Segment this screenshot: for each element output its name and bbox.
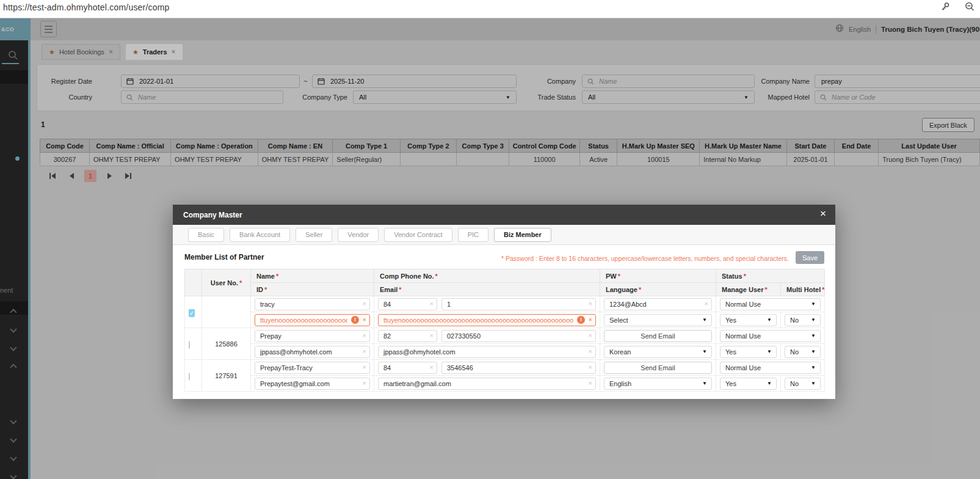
- manage-user-select[interactable]: Yes▼: [720, 314, 777, 326]
- status-select[interactable]: Normal Use▼: [720, 362, 821, 374]
- password-field[interactable]: ×: [604, 298, 712, 310]
- email-field[interactable]: !×: [378, 314, 596, 326]
- member-checkbox[interactable]: ✓: [189, 309, 195, 317]
- header-pw: PW*: [600, 269, 716, 283]
- member-user-no: [202, 296, 251, 328]
- email-field[interactable]: ×: [378, 346, 596, 358]
- status-select[interactable]: Normal Use▼: [720, 298, 821, 310]
- screen: https://test-adm.ohmyhotel.com/user/comp…: [0, 0, 980, 479]
- modal-tab-vendor[interactable]: Vendor: [338, 228, 379, 242]
- chevron-down-icon: ▼: [811, 365, 816, 370]
- zoom-out-icon[interactable]: [964, 1, 975, 15]
- member-checkbox[interactable]: [189, 341, 190, 349]
- email-field[interactable]: ×: [378, 378, 596, 390]
- key-icon[interactable]: [940, 1, 951, 15]
- url-text[interactable]: https://test-adm.ohmyhotel.com/user/comp: [3, 2, 170, 12]
- member-row: !× !× Select▼ Yes▼ No▼: [185, 312, 825, 328]
- send-email-button[interactable]: Send Email: [604, 362, 712, 374]
- save-button[interactable]: Save: [796, 251, 824, 264]
- app-window: English Truong Bich Tuyen (Tracy)(900 &C…: [0, 18, 980, 479]
- clear-icon[interactable]: ×: [705, 301, 708, 307]
- language-select[interactable]: English▼: [604, 378, 712, 390]
- header-status: Status*: [716, 269, 825, 283]
- clear-icon[interactable]: ×: [589, 301, 592, 307]
- chevron-down-icon: ▼: [811, 381, 816, 386]
- modal-tab-seller[interactable]: Seller: [296, 228, 332, 242]
- chevron-down-icon: ▼: [767, 317, 772, 323]
- phone-number-field[interactable]: ×: [441, 330, 596, 342]
- member-row: × × English▼ Yes▼ No▼: [185, 376, 825, 392]
- header-language: Language*: [600, 283, 716, 296]
- clear-icon[interactable]: ×: [589, 332, 592, 339]
- warning-icon: !: [577, 316, 585, 324]
- member-header-row-2: ID* Email* Language* Manage User* Multi …: [185, 283, 825, 296]
- phone-number-field[interactable]: ×: [441, 298, 596, 310]
- multi-hotel-select[interactable]: No▼: [785, 346, 821, 358]
- name-field[interactable]: ×: [255, 298, 370, 310]
- modal-tab-bar: Basic Bank Account Seller Vendor Vendor …: [173, 225, 835, 245]
- chevron-down-icon: ▼: [811, 317, 816, 323]
- id-field[interactable]: ×: [255, 346, 370, 358]
- chevron-down-icon: ▼: [702, 349, 707, 354]
- clear-icon[interactable]: ×: [363, 301, 366, 307]
- multi-hotel-select[interactable]: No▼: [785, 378, 821, 390]
- chevron-down-icon: ▼: [811, 349, 816, 354]
- chevron-down-icon: ▼: [702, 381, 707, 386]
- modal-tab-pic[interactable]: PIC: [458, 228, 488, 242]
- close-icon[interactable]: ×: [820, 208, 826, 219]
- warning-icon: !: [351, 316, 359, 324]
- clear-icon[interactable]: ×: [363, 316, 366, 323]
- clear-icon[interactable]: ×: [430, 301, 434, 307]
- member-header-row-1: User No.* Name* Comp Phone No.* PW* Stat…: [185, 269, 825, 283]
- manage-user-select[interactable]: Yes▼: [720, 378, 777, 390]
- send-email-button[interactable]: Send Email: [604, 330, 712, 342]
- chevron-down-icon: ▼: [702, 317, 707, 323]
- language-select[interactable]: Select▼: [604, 314, 712, 326]
- phone-code-field[interactable]: ×: [378, 298, 437, 310]
- language-select[interactable]: Korean▼: [604, 346, 712, 358]
- phone-code-field[interactable]: ×: [378, 330, 437, 342]
- clear-icon[interactable]: ×: [363, 332, 366, 339]
- password-note: * Password : Enter 8 to 16 characters, u…: [501, 255, 789, 262]
- clear-icon[interactable]: ×: [430, 364, 434, 371]
- chevron-down-icon: ▼: [767, 349, 772, 354]
- modal-tab-biz-member[interactable]: Biz Member: [494, 228, 551, 242]
- status-select[interactable]: Normal Use▼: [720, 330, 821, 342]
- id-field[interactable]: ×: [255, 378, 370, 390]
- clear-icon[interactable]: ×: [589, 380, 592, 387]
- header-manage-user: Manage User*: [716, 283, 781, 296]
- member-row: 125886 × × × Send Email Normal Use▼: [185, 328, 825, 344]
- chevron-down-icon: ▼: [811, 301, 816, 307]
- clear-icon[interactable]: ×: [363, 348, 366, 355]
- header-multi-hotel: Multi Hotel*: [781, 283, 825, 296]
- phone-code-field[interactable]: ×: [378, 362, 437, 374]
- modal-header: Company Master ×: [173, 205, 835, 225]
- phone-number-field[interactable]: ×: [441, 362, 596, 374]
- header-comp-phone: Comp Phone No.*: [374, 269, 600, 283]
- modal-section-header: Member List of Partner * Password : Ente…: [173, 245, 835, 269]
- header-name: Name*: [251, 269, 374, 283]
- manage-user-select[interactable]: Yes▼: [720, 346, 777, 358]
- member-row: 127591 × × × Send Email Normal Use▼: [185, 360, 825, 376]
- modal-tab-basic[interactable]: Basic: [188, 228, 224, 242]
- name-field[interactable]: ×: [255, 362, 370, 374]
- clear-icon[interactable]: ×: [430, 332, 434, 339]
- modal-tab-vendor-contract[interactable]: Vendor Contract: [384, 228, 452, 242]
- id-field[interactable]: !×: [255, 314, 370, 326]
- member-row: ✓ × × × × Normal Use▼: [185, 296, 825, 312]
- clear-icon[interactable]: ×: [589, 348, 592, 355]
- header-id: ID*: [251, 283, 374, 296]
- clear-icon[interactable]: ×: [363, 364, 366, 371]
- clear-icon[interactable]: ×: [363, 380, 366, 387]
- multi-hotel-select[interactable]: No▼: [785, 314, 821, 326]
- modal-tab-bank-account[interactable]: Bank Account: [230, 228, 290, 242]
- member-checkbox[interactable]: [189, 373, 190, 381]
- browser-address-bar[interactable]: https://test-adm.ohmyhotel.com/user/comp: [0, 0, 980, 18]
- clear-icon[interactable]: ×: [589, 364, 592, 371]
- name-field[interactable]: ×: [255, 330, 370, 342]
- section-title: Member List of Partner: [184, 253, 264, 261]
- select-all-header: [185, 269, 202, 296]
- member-user-no: 125886: [202, 328, 251, 360]
- clear-icon[interactable]: ×: [589, 316, 592, 323]
- header-user-no: User No.*: [202, 269, 251, 296]
